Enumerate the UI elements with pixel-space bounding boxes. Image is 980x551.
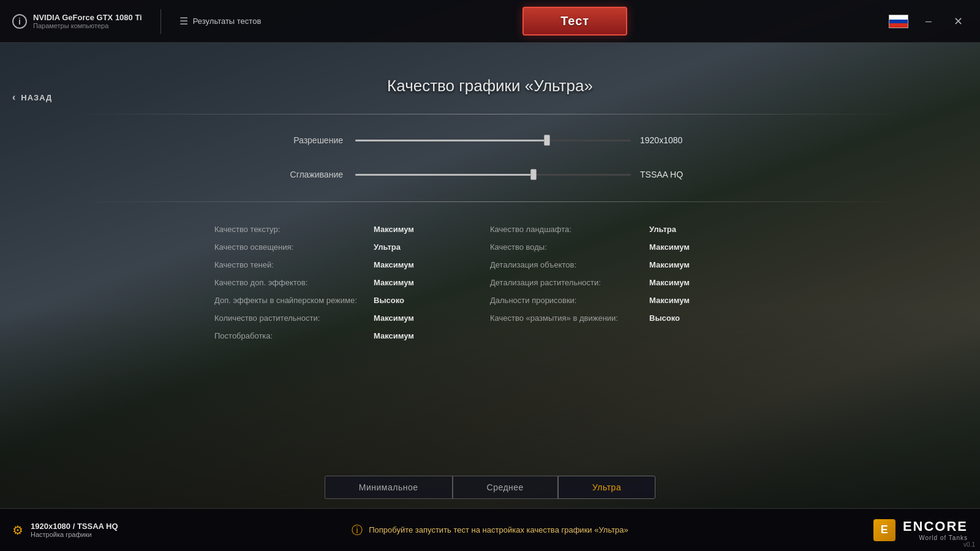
bottom-center: ⓘ Попробуйте запустить тест на настройка… [172,523,809,538]
back-button[interactable]: ‹ НАЗАД [12,92,52,103]
detail-val: Максимум [649,260,690,269]
detail-val: Высоко [374,296,404,305]
detail-key: Количество растительности: [214,313,374,323]
page-title: Качество графики «Ультра» [0,77,980,96]
detail-key: Постобработка: [214,331,374,340]
detail-key: Детализация растительности: [490,278,649,287]
titlebar-right: – ✕ [876,12,980,31]
back-arrow-icon: ‹ [12,92,16,103]
detail-row-right-3: Детализация растительности: Максимум [490,274,766,291]
detail-row-left-4: Доп. эффекты в снайперском режиме: Высок… [214,291,490,309]
detail-key: Качество доп. эффектов: [214,278,374,287]
detail-val: Максимум [374,225,414,234]
titlebar-left: i NVIDIA GeForce GTX 1080 Ti Параметры к… [0,9,273,34]
encore-logo-icon: E [873,519,895,541]
detail-val: Высоко [649,313,680,323]
back-label: НАЗАД [21,93,52,102]
antialiasing-slider[interactable] [355,173,631,176]
notice-icon: ⓘ [352,523,363,538]
details-right-col: Качество ландшафта: Ультра Качество воды… [490,220,766,345]
detail-key: Доп. эффекты в снайперском режиме: [214,296,374,305]
separator-bottom [74,201,907,202]
resolution-slider-wrapper[interactable] [355,133,631,148]
detail-val: Максимум [649,242,690,252]
detail-val: Максимум [374,313,414,323]
bottom-settings-label: Настройка графики [31,531,118,538]
detail-val: Максимум [374,278,414,287]
main-content: ‹ НАЗАД Качество графики «Ультра» Разреш… [0,43,980,551]
preset-btn-0[interactable]: Минимальное [325,476,453,499]
gear-icon: ⚙ [12,523,23,538]
preset-tabs: МинимальноеСреднееУльтра [0,476,980,508]
detail-key: Качество воды: [490,242,649,252]
detail-row-left-5: Количество растительности: Максимум [214,309,490,327]
detail-row-right-1: Качество воды: Максимум [490,238,766,256]
detail-key: Качество ландшафта: [490,225,649,234]
antialiasing-row: Сглаживание TSSAA HQ [270,167,710,182]
info-icon: i [12,14,27,29]
antialiasing-label: Сглаживание [270,170,355,179]
titlebar: i NVIDIA GeForce GTX 1080 Ti Параметры к… [0,0,980,43]
detail-row-left-0: Качество текстур: Максимум [214,220,490,238]
encore-sub: World of Tanks [919,534,968,541]
resolution-value: 1920x1080 [631,135,710,145]
detail-row-left-3: Качество доп. эффектов: Максимум [214,274,490,291]
antialiasing-value: TSSAA HQ [631,170,710,179]
resolution-row: Разрешение 1920x1080 [270,133,710,148]
detail-key: Детализация объектов: [490,260,649,269]
encore-name: ENCORE [903,519,968,534]
flag-icon [889,15,908,28]
notice-text: Попробуйте запустить тест на настройках … [369,525,628,534]
nav-doc-icon: ☰ [179,15,188,27]
settings-panel: Разрешение 1920x1080 Сглаживание TSSAA H… [257,133,723,182]
gpu-name: NVIDIA GeForce GTX 1080 Ti [33,13,142,22]
detail-val: Ультра [374,242,401,252]
close-button[interactable]: ✕ [949,12,968,31]
detail-val: Максимум [649,278,690,287]
detail-key: Качество освещения: [214,242,374,252]
encore-logo: ENCORE World of Tanks [903,519,968,541]
titlebar-center: Тест [273,7,876,36]
detail-key: Качество текстур: [214,225,374,234]
gpu-info: NVIDIA GeForce GTX 1080 Ti Параметры ком… [33,13,142,29]
bottom-resolution: 1920x1080 / TSSAA HQ [31,522,118,531]
detail-row-right-5: Качество «размытия» в движении: Высоко [490,309,766,327]
bottom-info: 1920x1080 / TSSAA HQ Настройка графики [31,522,118,538]
resolution-slider[interactable] [355,139,631,141]
test-button[interactable]: Тест [522,7,627,36]
bottom-right: E ENCORE World of Tanks [809,519,980,541]
bottom-bar: ⚙ 1920x1080 / TSSAA HQ Настройка графики… [0,508,980,551]
details-left-col: Качество текстур: Максимум Качество осве… [214,220,490,345]
detail-row-left-6: Постобработка: Максимум [214,327,490,345]
antialiasing-slider-wrapper[interactable] [355,167,631,182]
nav-label: Результаты тестов [193,17,262,26]
titlebar-divider [160,9,161,34]
separator-top [74,114,907,114]
detail-key: Качество «размытия» в движении: [490,313,649,323]
detail-row-right-4: Дальности прорисовки: Максимум [490,291,766,309]
detail-row-left-2: Качество теней: Максимум [214,256,490,274]
detail-key: Дальности прорисовки: [490,296,649,305]
titlebar-nav: ☰ Результаты тестов [179,15,262,27]
detail-val: Максимум [374,331,414,340]
detail-val: Ультра [649,225,676,234]
gpu-sub: Параметры компьютера [33,22,142,29]
detail-row-right-0: Качество ландшафта: Ультра [490,220,766,238]
detail-val: Максимум [374,260,414,269]
detail-row-left-1: Качество освещения: Ультра [214,238,490,256]
bottom-left: ⚙ 1920x1080 / TSSAA HQ Настройка графики [0,522,172,538]
minimize-button[interactable]: – [921,12,937,30]
resolution-label: Разрешение [270,135,355,145]
detail-val: Максимум [649,296,690,305]
preset-btn-2[interactable]: Ультра [558,476,655,499]
detail-key: Качество теней: [214,260,374,269]
detail-row-right-2: Детализация объектов: Максимум [490,256,766,274]
preset-btn-1[interactable]: Среднее [453,476,558,499]
version-label: v0.1 [963,541,975,548]
details-grid: Качество текстур: Максимум Качество осве… [153,220,827,345]
